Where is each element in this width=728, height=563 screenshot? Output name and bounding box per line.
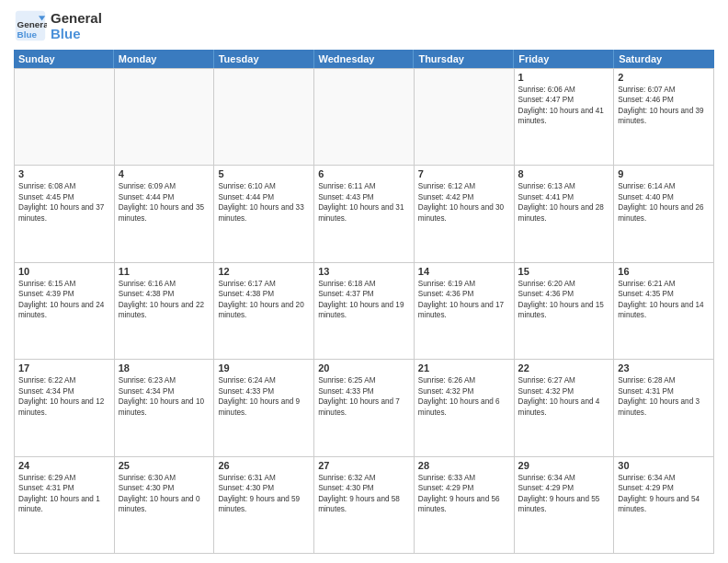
day-cell-11: 11Sunrise: 6:16 AM Sunset: 4:38 PM Dayli… xyxy=(115,263,215,360)
weekday-header-monday: Monday xyxy=(114,50,214,68)
day-cell-19: 19Sunrise: 6:24 AM Sunset: 4:33 PM Dayli… xyxy=(214,360,314,456)
empty-cell xyxy=(314,69,415,166)
day-cell-26: 26Sunrise: 6:31 AM Sunset: 4:30 PM Dayli… xyxy=(214,457,314,554)
day-number: 11 xyxy=(119,266,210,277)
day-number: 29 xyxy=(518,460,610,471)
day-cell-28: 28Sunrise: 6:33 AM Sunset: 4:29 PM Dayli… xyxy=(415,457,515,554)
day-cell-7: 7Sunrise: 6:12 AM Sunset: 4:42 PM Daylig… xyxy=(415,166,515,262)
day-number: 19 xyxy=(218,362,310,373)
day-cell-15: 15Sunrise: 6:20 AM Sunset: 4:36 PM Dayli… xyxy=(515,263,615,360)
weekday-header-tuesday: Tuesday xyxy=(214,50,314,68)
day-info: Sunrise: 6:06 AM Sunset: 4:47 PM Dayligh… xyxy=(518,85,610,127)
day-number: 22 xyxy=(518,362,610,373)
day-number: 25 xyxy=(119,460,210,471)
day-number: 21 xyxy=(418,362,510,373)
day-info: Sunrise: 6:31 AM Sunset: 4:30 PM Dayligh… xyxy=(218,473,310,515)
day-cell-14: 14Sunrise: 6:19 AM Sunset: 4:36 PM Dayli… xyxy=(415,263,515,360)
day-info: Sunrise: 6:30 AM Sunset: 4:30 PM Dayligh… xyxy=(119,473,210,515)
day-info: Sunrise: 6:23 AM Sunset: 4:34 PM Dayligh… xyxy=(119,375,210,418)
day-cell-23: 23Sunrise: 6:28 AM Sunset: 4:31 PM Dayli… xyxy=(614,360,714,456)
day-info: Sunrise: 6:19 AM Sunset: 4:36 PM Dayligh… xyxy=(418,279,510,321)
day-number: 12 xyxy=(218,266,310,277)
weekday-header-friday: Friday xyxy=(514,50,614,68)
day-cell-4: 4Sunrise: 6:09 AM Sunset: 4:44 PM Daylig… xyxy=(115,166,215,262)
day-info: Sunrise: 6:27 AM Sunset: 4:32 PM Dayligh… xyxy=(518,375,610,418)
day-cell-5: 5Sunrise: 6:10 AM Sunset: 4:44 PM Daylig… xyxy=(214,166,314,262)
day-cell-3: 3Sunrise: 6:08 AM Sunset: 4:45 PM Daylig… xyxy=(15,166,115,262)
day-info: Sunrise: 6:26 AM Sunset: 4:32 PM Dayligh… xyxy=(418,375,510,418)
day-number: 7 xyxy=(418,168,510,179)
day-info: Sunrise: 6:14 AM Sunset: 4:40 PM Dayligh… xyxy=(618,181,710,224)
day-info: Sunrise: 6:10 AM Sunset: 4:44 PM Dayligh… xyxy=(218,181,310,224)
empty-cell xyxy=(214,69,314,166)
day-number: 16 xyxy=(618,266,710,277)
day-number: 14 xyxy=(418,266,510,277)
day-number: 9 xyxy=(618,168,710,179)
logo-icon: General Blue xyxy=(14,9,47,42)
day-number: 6 xyxy=(318,168,410,179)
day-cell-25: 25Sunrise: 6:30 AM Sunset: 4:30 PM Dayli… xyxy=(115,457,215,554)
svg-text:Blue: Blue xyxy=(17,29,38,40)
day-info: Sunrise: 6:24 AM Sunset: 4:33 PM Dayligh… xyxy=(218,375,310,418)
day-info: Sunrise: 6:07 AM Sunset: 4:46 PM Dayligh… xyxy=(618,85,710,127)
day-number: 1 xyxy=(518,72,610,83)
day-cell-17: 17Sunrise: 6:22 AM Sunset: 4:34 PM Dayli… xyxy=(15,360,115,456)
day-cell-21: 21Sunrise: 6:26 AM Sunset: 4:32 PM Dayli… xyxy=(415,360,515,456)
day-info: Sunrise: 6:34 AM Sunset: 4:29 PM Dayligh… xyxy=(518,473,610,515)
day-cell-16: 16Sunrise: 6:21 AM Sunset: 4:35 PM Dayli… xyxy=(614,263,714,360)
day-number: 10 xyxy=(18,266,110,277)
day-number: 30 xyxy=(618,460,710,471)
day-number: 24 xyxy=(18,460,110,471)
logo: General Blue General Blue xyxy=(14,9,102,42)
day-number: 2 xyxy=(618,72,710,83)
day-info: Sunrise: 6:22 AM Sunset: 4:34 PM Dayligh… xyxy=(18,375,110,418)
day-number: 23 xyxy=(618,362,710,373)
day-cell-24: 24Sunrise: 6:29 AM Sunset: 4:31 PM Dayli… xyxy=(15,457,115,554)
day-number: 4 xyxy=(119,168,210,179)
day-number: 5 xyxy=(218,168,310,179)
day-number: 8 xyxy=(518,168,610,179)
calendar: SundayMondayTuesdayWednesdayThursdayFrid… xyxy=(14,50,714,554)
day-info: Sunrise: 6:09 AM Sunset: 4:44 PM Dayligh… xyxy=(119,181,210,224)
day-info: Sunrise: 6:18 AM Sunset: 4:37 PM Dayligh… xyxy=(318,279,410,321)
day-cell-22: 22Sunrise: 6:27 AM Sunset: 4:32 PM Dayli… xyxy=(515,360,615,456)
day-cell-13: 13Sunrise: 6:18 AM Sunset: 4:37 PM Dayli… xyxy=(314,263,415,360)
day-cell-18: 18Sunrise: 6:23 AM Sunset: 4:34 PM Dayli… xyxy=(115,360,215,456)
day-info: Sunrise: 6:08 AM Sunset: 4:45 PM Dayligh… xyxy=(18,181,110,224)
day-info: Sunrise: 6:17 AM Sunset: 4:38 PM Dayligh… xyxy=(218,279,310,321)
weekday-header-sunday: Sunday xyxy=(14,50,114,68)
weekday-header-wednesday: Wednesday xyxy=(314,50,415,68)
day-cell-27: 27Sunrise: 6:32 AM Sunset: 4:30 PM Dayli… xyxy=(314,457,415,554)
day-cell-12: 12Sunrise: 6:17 AM Sunset: 4:38 PM Dayli… xyxy=(214,263,314,360)
day-cell-9: 9Sunrise: 6:14 AM Sunset: 4:40 PM Daylig… xyxy=(614,166,714,262)
empty-cell xyxy=(415,69,515,166)
day-info: Sunrise: 6:15 AM Sunset: 4:39 PM Dayligh… xyxy=(18,279,110,321)
day-cell-29: 29Sunrise: 6:34 AM Sunset: 4:29 PM Dayli… xyxy=(515,457,615,554)
day-cell-20: 20Sunrise: 6:25 AM Sunset: 4:33 PM Dayli… xyxy=(314,360,415,456)
day-number: 27 xyxy=(318,460,410,471)
svg-text:General: General xyxy=(17,19,47,29)
day-number: 15 xyxy=(518,266,610,277)
day-number: 18 xyxy=(119,362,210,373)
day-info: Sunrise: 6:25 AM Sunset: 4:33 PM Dayligh… xyxy=(318,375,410,418)
day-cell-8: 8Sunrise: 6:13 AM Sunset: 4:41 PM Daylig… xyxy=(515,166,615,262)
day-info: Sunrise: 6:11 AM Sunset: 4:43 PM Dayligh… xyxy=(318,181,410,224)
day-info: Sunrise: 6:32 AM Sunset: 4:30 PM Dayligh… xyxy=(318,473,410,515)
page: General Blue General Blue SundayMondayTu… xyxy=(0,0,728,563)
day-info: Sunrise: 6:20 AM Sunset: 4:36 PM Dayligh… xyxy=(518,279,610,321)
day-cell-10: 10Sunrise: 6:15 AM Sunset: 4:39 PM Dayli… xyxy=(15,263,115,360)
day-cell-6: 6Sunrise: 6:11 AM Sunset: 4:43 PM Daylig… xyxy=(314,166,415,262)
empty-cell xyxy=(115,69,215,166)
logo-text-block: General Blue xyxy=(51,10,102,41)
day-number: 17 xyxy=(18,362,110,373)
day-info: Sunrise: 6:12 AM Sunset: 4:42 PM Dayligh… xyxy=(418,181,510,224)
day-info: Sunrise: 6:21 AM Sunset: 4:35 PM Dayligh… xyxy=(618,279,710,321)
day-info: Sunrise: 6:34 AM Sunset: 4:29 PM Dayligh… xyxy=(618,473,710,515)
day-cell-1: 1Sunrise: 6:06 AM Sunset: 4:47 PM Daylig… xyxy=(515,69,615,166)
day-info: Sunrise: 6:16 AM Sunset: 4:38 PM Dayligh… xyxy=(119,279,210,321)
header: General Blue General Blue xyxy=(14,9,714,42)
day-number: 26 xyxy=(218,460,310,471)
day-cell-30: 30Sunrise: 6:34 AM Sunset: 4:29 PM Dayli… xyxy=(614,457,714,554)
weekday-header-thursday: Thursday xyxy=(414,50,514,68)
day-number: 20 xyxy=(318,362,410,373)
